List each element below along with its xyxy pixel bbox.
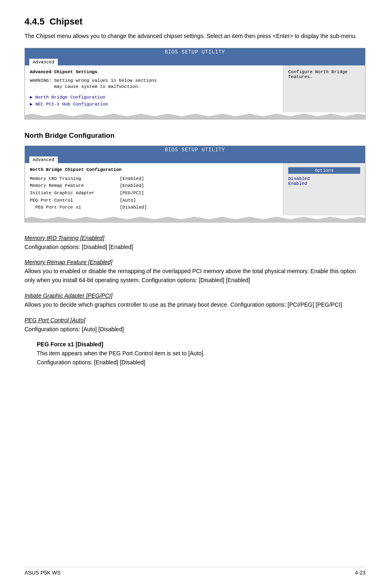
section-heading: 4.4.5 Chipset [25, 16, 365, 27]
bios-options-label: Options [288, 167, 360, 174]
footer-right: 4-23 [355, 570, 365, 576]
bios-titlebar-2: BIOS SETUP UTILITY [25, 146, 365, 154]
bios-wave-2 [25, 215, 365, 222]
settings-row-initiate-graphic[interactable]: Initiate Graphic Adapter [PEG/PCI] [30, 190, 278, 197]
option-enabled[interactable]: Enabled [288, 181, 360, 186]
doc-entry-memory-trd: Memory tRD Training [Enabled] Configurat… [25, 235, 365, 252]
doc-body-peg-force: This item appears when the PEG Port Cont… [37, 349, 365, 367]
settings-label-memory-trd: Memory tRD Training [30, 175, 120, 183]
bios-sidebar-2: Options Disabled Enabled [283, 163, 365, 215]
bios-menu-nec-pci[interactable]: NEC PCI-X Hub Configuration [30, 101, 278, 107]
doc-body-memory-remap: Allows you to enabled or disable the rem… [25, 267, 365, 285]
settings-row-memory-remap[interactable]: Memory Remap Feature [Enabled] [30, 182, 278, 190]
bios-settings-table: Memory tRD Training [Enabled] Memory Rem… [30, 175, 278, 211]
bios-menu-north-bridge[interactable]: North Bridge Configuration [30, 94, 278, 100]
bios-heading-2: North Bridge Chipset Configuration [30, 167, 278, 172]
bios-box-advanced-chipset: BIOS SETUP UTILITY Advanced Advanced Chi… [25, 48, 365, 119]
doc-body-memory-trd: Configuration options: [Disabled] [Enabl… [25, 243, 365, 252]
doc-body-initiate-graphic: Allows you to decide which graphics cont… [25, 301, 365, 310]
doc-title-initiate-graphic: Initiate Graphic Adapter [PEG/PCI] [25, 292, 365, 299]
doc-body-peg-port-control: Configuration options: [Auto] [Disabled] [25, 325, 365, 334]
settings-row-memory-trd[interactable]: Memory tRD Training [Enabled] [30, 175, 278, 183]
north-bridge-title: North Bridge Configuration [25, 132, 365, 140]
doc-entry-peg-force: PEG Force x1 [Disabled] This item appear… [37, 341, 365, 367]
bios-box-north-bridge: BIOS SETUP UTILITY Advanced North Bridge… [25, 146, 365, 222]
settings-row-peg-force[interactable]: PEG Port Force x1 [Disabled] [30, 204, 278, 211]
settings-value-peg-force: [Disabled] [120, 204, 147, 211]
doc-title-peg-port-control: PEG Port Control [Auto] [25, 317, 365, 323]
settings-label-initiate-graphic: Initiate Graphic Adapter [30, 190, 120, 197]
bios-tab-row-2: Advanced [25, 154, 365, 163]
bios-sidebar-1: Configure North Bridge features. [283, 65, 365, 112]
bios-content-2: North Bridge Chipset Configuration Memor… [25, 163, 365, 215]
bios-main-1: Advanced Chipset Settings WARNING: Setti… [25, 65, 283, 112]
settings-value-memory-trd: [Enabled] [120, 175, 144, 183]
bios-titlebar-1: BIOS SETUP UTILITY [25, 48, 365, 56]
option-disabled[interactable]: Disabled [288, 176, 360, 181]
settings-value-peg-port-control: [Auto] [120, 197, 136, 204]
doc-entry-peg-port-control: PEG Port Control [Auto] Configuration op… [25, 317, 365, 334]
settings-label-peg-port-control: PEG Port Control [30, 197, 120, 204]
bios-tab-advanced-2[interactable]: Advanced [29, 156, 58, 163]
doc-title-peg-force: PEG Force x1 [Disabled] [37, 341, 365, 348]
bios-wave-1 [25, 112, 365, 119]
bios-warning: WARNING: Setting wrong values in below s… [30, 78, 278, 90]
bios-tab-row-1: Advanced [25, 56, 365, 65]
settings-row-peg-port-control[interactable]: PEG Port Control [Auto] [30, 197, 278, 204]
bios-heading-1: Advanced Chipset Settings [30, 70, 278, 74]
doc-title-memory-remap: Memory Remap Feature [Enabled] [25, 259, 365, 265]
page-footer: ASUS P5K WS 4-23 [25, 567, 365, 576]
footer-left: ASUS P5K WS [25, 570, 61, 576]
doc-title-memory-trd: Memory tRD Training [Enabled] [25, 235, 365, 241]
section-intro: The Chipset menu allows you to change th… [25, 32, 365, 40]
bios-main-2: North Bridge Chipset Configuration Memor… [25, 163, 283, 215]
settings-label-peg-force: PEG Port Force x1 [30, 204, 120, 211]
bios-content-1: Advanced Chipset Settings WARNING: Setti… [25, 65, 365, 112]
doc-entry-memory-remap: Memory Remap Feature [Enabled] Allows yo… [25, 259, 365, 285]
settings-label-memory-remap: Memory Remap Feature [30, 182, 120, 190]
settings-value-initiate-graphic: [PEG/PCI] [120, 190, 144, 197]
doc-entry-initiate-graphic: Initiate Graphic Adapter [PEG/PCI] Allow… [25, 292, 365, 310]
bios-tab-advanced-1[interactable]: Advanced [29, 58, 58, 65]
settings-value-memory-remap: [Enabled] [120, 182, 144, 190]
